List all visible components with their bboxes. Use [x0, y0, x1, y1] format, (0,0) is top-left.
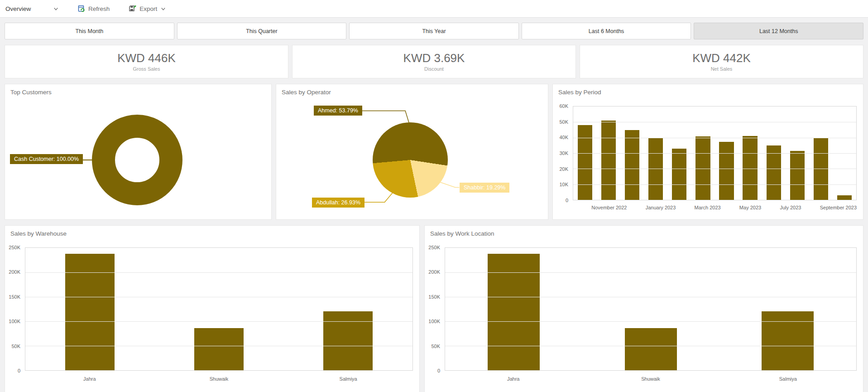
- plot-area: [25, 247, 413, 371]
- dashboard-selector-dropdown[interactable]: Overview: [5, 5, 59, 12]
- plot-area: [445, 247, 857, 371]
- bar-slot: [283, 248, 412, 370]
- charts-row-1: Top Customers Cash Customer: 100.00% Sal…: [5, 84, 863, 220]
- bar-november-2022[interactable]: [601, 121, 616, 200]
- bar-april-2023[interactable]: [719, 142, 734, 200]
- kpi-card-discount[interactable]: KWD 3.69K Discount: [292, 45, 576, 78]
- y-tick-label: 0: [437, 368, 440, 373]
- filter-this-quarter[interactable]: This Quarter: [177, 23, 347, 39]
- kpi-label: Gross Sales: [133, 66, 160, 72]
- y-tick-label: 200K: [9, 269, 20, 275]
- x-tick-label: [721, 205, 739, 212]
- y-tick-label: 20K: [559, 166, 568, 172]
- toolbar: Overview Refresh Export: [0, 0, 868, 18]
- kpi-value: KWD 446K: [117, 52, 176, 65]
- bars: [445, 248, 856, 370]
- bar-jahra[interactable]: [65, 254, 114, 370]
- gridline: [573, 153, 856, 154]
- filter-this-month[interactable]: This Month: [5, 23, 174, 39]
- plot-area: [573, 106, 857, 200]
- refresh-button[interactable]: Refresh: [78, 5, 110, 12]
- x-tick-label: [676, 205, 694, 212]
- bar-salmiya[interactable]: [323, 311, 372, 370]
- gridline: [573, 184, 856, 185]
- slice-label-ahmed[interactable]: Ahmed: 53.79%: [314, 106, 362, 116]
- x-axis-labels: November 2022January 2023March 2023May 2…: [573, 205, 857, 212]
- y-tick-label: 50K: [11, 344, 20, 349]
- sales-by-period-chart-card: Sales by Period 60K50K40K30K20K10K0 Nove…: [552, 84, 863, 220]
- gridline: [445, 272, 856, 273]
- y-tick-label: 100K: [428, 319, 440, 324]
- y-tick-label: 0: [18, 368, 20, 373]
- gridline: [445, 346, 856, 346]
- x-tick-label: [627, 205, 645, 212]
- bar-september-2023[interactable]: [837, 195, 852, 200]
- chart-title: Sales by Period: [558, 89, 601, 96]
- gridline: [573, 138, 856, 138]
- donut-chart[interactable]: [90, 112, 185, 208]
- slice-label-abdullah[interactable]: Abdullah: 26.93%: [312, 198, 364, 208]
- x-tick-label: May 2023: [739, 205, 761, 212]
- filter-this-year[interactable]: This Year: [349, 23, 519, 39]
- y-tick-label: 100K: [9, 319, 20, 324]
- bar-february-2023[interactable]: [672, 149, 686, 200]
- bar-october-2022[interactable]: [578, 125, 592, 200]
- bar-march-2023[interactable]: [695, 136, 710, 200]
- x-tick-label: Shuwaik: [582, 376, 719, 383]
- bar-may-2023[interactable]: [743, 136, 757, 200]
- x-tick-label: November 2022: [591, 205, 627, 212]
- slice-label-cash-customer[interactable]: Cash Customer: 100.00%: [10, 154, 83, 164]
- y-tick-label: 30K: [559, 150, 568, 156]
- export-label: Export: [139, 5, 157, 12]
- kpi-row: KWD 446K Gross Sales KWD 3.69K Discount …: [5, 45, 863, 78]
- kpi-card-gross-sales[interactable]: KWD 446K Gross Sales: [5, 45, 288, 78]
- export-icon: [129, 5, 136, 12]
- y-tick-label: 10K: [559, 182, 568, 187]
- y-axis: 60K50K40K30K20K10K0: [553, 106, 570, 200]
- dashboard-app: Overview Refresh Export This Mo: [0, 0, 868, 392]
- y-axis: 250K200K150K100K50K0: [5, 247, 22, 371]
- bar-slot: [582, 248, 719, 370]
- kpi-card-net-sales[interactable]: KWD 442K Net Sales: [580, 45, 863, 78]
- y-tick-label: 150K: [9, 294, 20, 300]
- export-chevron-down-icon: [160, 6, 166, 12]
- filter-last-6-months[interactable]: Last 6 Months: [522, 23, 691, 39]
- x-tick-label: July 2023: [780, 205, 801, 212]
- bar-slot: [25, 248, 154, 370]
- kpi-label: Net Sales: [711, 66, 733, 72]
- bar-jahra[interactable]: [488, 254, 540, 370]
- x-tick-label: March 2023: [695, 205, 721, 212]
- kpi-label: Discount: [424, 66, 444, 72]
- x-axis-labels: JahraShuwaikSalmiya: [25, 376, 413, 383]
- y-tick-label: 50K: [559, 119, 568, 125]
- refresh-icon: [78, 5, 85, 12]
- sales-by-work-location-chart-card: Sales by Work Location 250K200K150K100K5…: [424, 225, 863, 392]
- bars: [25, 248, 412, 370]
- chevron-down-icon: [53, 6, 59, 12]
- bar-shuwaik[interactable]: [194, 328, 243, 370]
- x-tick-label: [761, 205, 780, 212]
- filter-last-12-months[interactable]: Last 12 Months: [694, 23, 863, 39]
- y-tick-label: 150K: [428, 294, 440, 300]
- refresh-label: Refresh: [88, 5, 110, 12]
- y-tick-label: 50K: [431, 344, 440, 349]
- top-customers-chart-card: Top Customers Cash Customer: 100.00%: [5, 84, 272, 220]
- y-tick-label: 250K: [9, 245, 20, 250]
- bar-july-2023[interactable]: [790, 151, 805, 200]
- sales-by-operator-chart-card: Sales by Operator Ahmed: 53.79% Shabbir:…: [276, 84, 548, 220]
- x-tick-label: September 2023: [820, 205, 857, 212]
- x-tick-label: [801, 205, 820, 212]
- export-button[interactable]: Export: [129, 5, 166, 12]
- bar-december-2022[interactable]: [625, 130, 639, 200]
- x-tick-label: Jahra: [445, 376, 582, 383]
- x-tick-label: January 2023: [646, 205, 676, 212]
- slice-label-shabbir[interactable]: Shabbir: 19.29%: [460, 183, 509, 193]
- bar-shuwaik[interactable]: [625, 328, 677, 370]
- pie-chart[interactable]: [373, 122, 448, 198]
- gridline: [25, 346, 412, 346]
- chart-title: Top Customers: [10, 89, 52, 96]
- bar-salmiya[interactable]: [762, 311, 814, 370]
- gridline: [25, 272, 412, 273]
- chart-title: Sales by Warehouse: [10, 230, 67, 237]
- gridline: [573, 169, 856, 169]
